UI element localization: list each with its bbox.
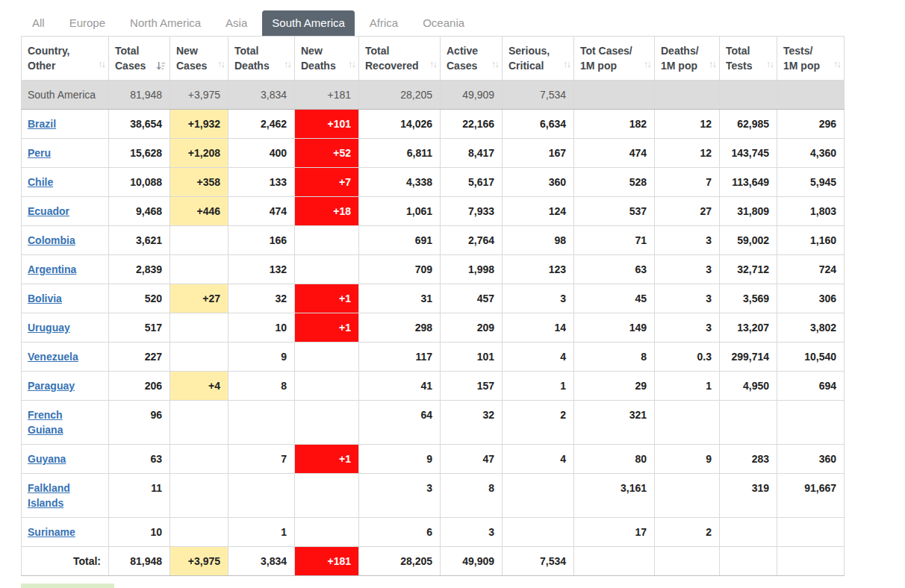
cell-new-cases	[170, 343, 228, 372]
cell-total-cases: 206	[109, 372, 170, 401]
country-link-colombia[interactable]: Colombia	[28, 234, 75, 246]
country-link-uruguay[interactable]: Uruguay	[28, 322, 70, 334]
cell-total-deaths: 8	[228, 372, 295, 401]
cell-new-cases	[170, 518, 228, 547]
sort-both-icon: ↑↓	[217, 57, 224, 72]
cell-total-recovered: 9	[359, 445, 441, 474]
cell-country: Peru	[22, 139, 109, 168]
cell-total-deaths: 32	[228, 284, 295, 313]
column-header-serious-critical[interactable]: Serious,Critical↑↓	[503, 37, 574, 81]
cell-total-tests	[720, 81, 777, 110]
tab-asia[interactable]: Asia	[216, 10, 257, 36]
tab-europe[interactable]: Europe	[60, 10, 115, 36]
cell-total-recovered: 298	[359, 313, 441, 343]
cell-total-cases: 10,088	[109, 168, 170, 197]
cell-new-cases	[170, 226, 228, 255]
cell-new-cases: +4	[170, 372, 228, 401]
column-header-deaths-per-1m[interactable]: Deaths/1M pop↑↓	[655, 37, 720, 81]
column-header-total-recovered[interactable]: TotalRecovered↑↓	[359, 37, 441, 81]
cell-total-deaths: 132	[228, 255, 295, 284]
table-header-row: Country,Other↑↓TotalCasesNewCases↑↓Total…	[22, 37, 845, 81]
cell-new-deaths	[295, 226, 359, 255]
country-link-paraguay[interactable]: Paraguay	[28, 380, 75, 392]
column-header-total-deaths[interactable]: TotalDeaths↑↓	[228, 37, 295, 81]
cell-total-deaths: 2,462	[228, 110, 295, 139]
column-header-cases-per-1m[interactable]: Tot Cases/1M pop↑↓	[574, 37, 655, 81]
cell-total-cases: 11	[109, 474, 170, 518]
cell-new-deaths	[295, 401, 359, 445]
cell-total-tests: 299,714	[720, 343, 777, 372]
country-link-french-guiana[interactable]: French Guiana	[28, 409, 63, 436]
cell-serious-critical	[503, 518, 574, 547]
cell-total-cases: 15,628	[109, 139, 170, 168]
cell-active-cases: 457	[441, 284, 503, 313]
cell-serious-critical: 123	[503, 255, 574, 284]
column-header-new-deaths[interactable]: NewDeaths↑↓	[295, 37, 359, 81]
country-link-brazil[interactable]: Brazil	[28, 118, 56, 130]
cell-active-cases: 5,617	[441, 168, 503, 197]
header-label: Cases	[176, 58, 222, 73]
cell-new-cases: +3,975	[170, 547, 228, 576]
tab-africa[interactable]: Africa	[360, 10, 408, 36]
cell-new-deaths: +101	[295, 110, 359, 139]
country-link-bolivia[interactable]: Bolivia	[28, 293, 62, 304]
cell-total-deaths: 9	[228, 343, 295, 372]
cell-total-recovered: 14,026	[359, 110, 441, 139]
country-link-guyana[interactable]: Guyana	[28, 453, 66, 465]
cell-total-deaths: 10	[228, 313, 295, 343]
country-link-venezuela[interactable]: Venezuela	[28, 351, 78, 363]
country-link-peru[interactable]: Peru	[28, 147, 51, 159]
cell-total-deaths: 474	[228, 197, 295, 226]
cell-deaths-per-1m: 2	[655, 518, 720, 547]
cell-country: Ecuador	[22, 197, 109, 226]
tab-oceania[interactable]: Oceania	[413, 10, 474, 36]
cell-country: French Guiana	[22, 401, 109, 445]
cell-new-cases: +446	[170, 197, 228, 226]
country-link-falkland-islands[interactable]: Falkland Islands	[28, 482, 70, 509]
cell-active-cases: 8,417	[441, 139, 503, 168]
cell-tests-per-1m: 360	[777, 445, 845, 474]
header-label: Tests/	[783, 43, 838, 58]
sort-both-icon: ↑↓	[766, 57, 773, 72]
cell-new-cases	[170, 474, 228, 518]
cell-total-recovered: 28,205	[359, 547, 441, 576]
table-row-guyana: Guyana637+19474809283360	[22, 445, 845, 474]
tab-south-america[interactable]: South America	[262, 10, 355, 36]
country-link-chile[interactable]: Chile	[28, 176, 53, 188]
sort-both-icon: ↑↓	[429, 57, 436, 72]
header-label: Total	[726, 43, 771, 58]
cell-total-deaths: 3,834	[228, 547, 295, 576]
cell-serious-critical: 7,534	[503, 547, 574, 576]
cell-deaths-per-1m: 3	[655, 284, 720, 313]
tab-north-america[interactable]: North America	[120, 10, 211, 36]
cell-serious-critical: 360	[503, 168, 574, 197]
table-row-uruguay: Uruguay51710+129820914149313,2073,802	[22, 313, 845, 343]
cell-new-deaths: +1	[295, 313, 359, 343]
cell-deaths-per-1m: 3	[655, 255, 720, 284]
country-link-suriname[interactable]: Suriname	[28, 526, 75, 538]
table-row-paraguay: Paraguay206+484115712914,950694	[22, 372, 845, 401]
column-header-new-cases[interactable]: NewCases↑↓	[170, 37, 228, 81]
table-row-brazil: Brazil38,654+1,9322,462+10114,02622,1666…	[22, 110, 845, 139]
column-header-country[interactable]: Country,Other↑↓	[22, 37, 109, 81]
cell-total-tests: 143,745	[720, 139, 777, 168]
cell-country: Brazil	[22, 110, 109, 139]
cell-tests-per-1m: 296	[777, 110, 845, 139]
cell-total-deaths	[228, 474, 295, 518]
cell-deaths-per-1m	[655, 81, 720, 110]
cell-new-cases: +3,975	[170, 81, 228, 110]
column-header-active-cases[interactable]: ActiveCases↑↓	[441, 37, 503, 81]
cell-total-recovered: 31	[359, 284, 441, 313]
tab-all[interactable]: All	[22, 10, 55, 36]
sort-descending-icon	[156, 61, 166, 71]
column-header-tests-per-1m[interactable]: Tests/1M pop↑↓	[777, 37, 845, 81]
country-link-ecuador[interactable]: Ecuador	[28, 205, 69, 217]
cell-total-cases: 227	[109, 343, 170, 372]
cell-active-cases: 8	[441, 474, 503, 518]
column-header-total-tests[interactable]: TotalTests↑↓	[720, 37, 777, 81]
header-label: Total	[365, 43, 434, 58]
column-header-total-cases[interactable]: TotalCases	[109, 37, 170, 81]
country-link-argentina[interactable]: Argentina	[28, 263, 76, 275]
sort-both-icon: ↑↓	[348, 57, 355, 72]
header-label: Tests	[726, 58, 771, 73]
